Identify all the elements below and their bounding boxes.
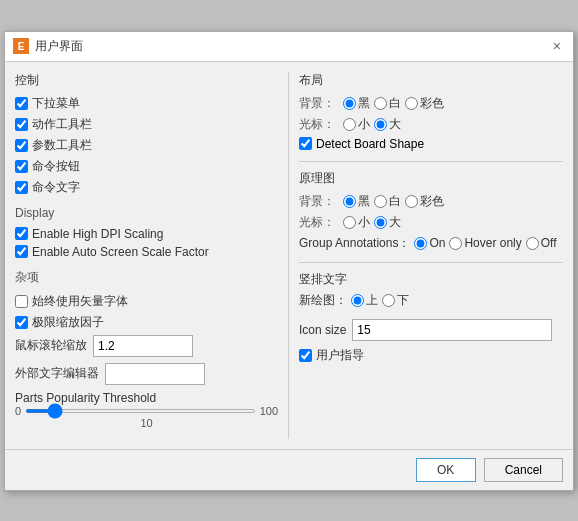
dialog-body: 控制 下拉菜单 动作工具栏 参数工具栏 命令按钮 [5,62,573,449]
sch-bg-white-radio[interactable] [374,195,387,208]
dropdown-label[interactable]: 下拉菜单 [32,95,80,112]
user-guide-label[interactable]: 用户指导 [316,347,364,364]
layout-cursor-small-row: 小 [343,116,370,133]
checkbox-highdpi: Enable High DPI Scaling [15,227,278,241]
new-drawing-label: 新绘图： [299,292,347,309]
cmdtext-checkbox[interactable] [15,181,28,194]
app-icon: E [13,38,29,54]
parts-pop-slider[interactable] [25,409,256,413]
layout-cursor-small-label[interactable]: 小 [358,116,370,133]
new-drawing-row: 新绘图： 上 下 [299,292,563,309]
actions-label[interactable]: 动作工具栏 [32,116,92,133]
layout-cursor-large-radio[interactable] [374,118,387,131]
sch-cursor-large-label[interactable]: 大 [389,214,401,231]
nd-up-radio[interactable] [351,294,364,307]
ga-on-label[interactable]: On [429,236,445,250]
dialog-window: E 用户界面 × 控制 下拉菜单 动作工具栏 参数工具栏 [4,31,574,491]
group-annotations-label: Group Annotations： [299,235,410,252]
dropdown-checkbox[interactable] [15,97,28,110]
sch-cursor-large-radio[interactable] [374,216,387,229]
sch-cursor-small-row: 小 [343,214,370,231]
nd-down-radio[interactable] [382,294,395,307]
sch-cursor-small-radio[interactable] [343,216,356,229]
layout-bg-black-label[interactable]: 黑 [358,95,370,112]
ok-button[interactable]: OK [416,458,476,482]
sch-bg-white-label[interactable]: 白 [389,193,401,210]
nd-down-row: 下 [382,292,409,309]
checkbox-dropdown: 下拉菜单 [15,95,278,112]
highdpi-label[interactable]: Enable High DPI Scaling [32,227,163,241]
layout-bg-color-radio[interactable] [405,97,418,110]
ga-off-radio[interactable] [526,237,539,250]
ga-off-label[interactable]: Off [541,236,557,250]
display-section: Display Enable High DPI Scaling Enable A… [15,206,278,259]
checkbox-limitzoom: 极限缩放因子 [15,314,278,331]
params-label[interactable]: 参数工具栏 [32,137,92,154]
schematic-title: 原理图 [299,170,563,187]
layout-title: 布局 [299,72,563,89]
highdpi-checkbox[interactable] [15,227,28,240]
cancel-button[interactable]: Cancel [484,458,563,482]
slider-min-label: 0 [15,405,21,417]
title-bar-left: E 用户界面 [13,38,83,55]
layout-bg-color-row: 彩色 [405,95,444,112]
section-divider-1 [299,161,563,162]
ga-hover-label[interactable]: Hover only [464,236,521,250]
detect-board-row: Detect Board Shape [299,137,563,151]
commands-checkbox[interactable] [15,160,28,173]
layout-section: 布局 背景： 黑 白 彩色 [299,72,563,151]
section-divider-2 [299,262,563,263]
sch-bg-black-label[interactable]: 黑 [358,193,370,210]
layout-bg-label: 背景： [299,95,339,112]
title-bar: E 用户界面 × [5,32,573,62]
external-editor-input[interactable] [105,363,205,385]
external-editor-row: 外部文字编辑器 [15,363,278,385]
layout-bg-color-label[interactable]: 彩色 [420,95,444,112]
sch-cursor-row: 光标： 小 大 [299,214,563,231]
layout-bg-row: 背景： 黑 白 彩色 [299,95,563,112]
limitzoom-label[interactable]: 极限缩放因子 [32,314,104,331]
sch-bg-color-radio[interactable] [405,195,418,208]
mousezoom-input[interactable] [93,335,193,357]
nd-up-row: 上 [351,292,378,309]
sch-bg-black-radio[interactable] [343,195,356,208]
control-title: 控制 [15,72,278,89]
layout-bg-white-label[interactable]: 白 [389,95,401,112]
commands-label[interactable]: 命令按钮 [32,158,80,175]
icon-size-input[interactable] [352,319,552,341]
sch-bg-row: 背景： 黑 白 彩色 [299,193,563,210]
nd-down-label[interactable]: 下 [397,292,409,309]
limitzoom-checkbox[interactable] [15,316,28,329]
layout-bg-white-radio[interactable] [374,97,387,110]
detect-board-label[interactable]: Detect Board Shape [316,137,424,151]
sch-cursor-large-row: 大 [374,214,401,231]
sch-bg-label: 背景： [299,193,339,210]
slider-container: Parts Popularity Threshold 0 100 10 [15,391,278,429]
vectorfont-checkbox[interactable] [15,295,28,308]
layout-cursor-row: 光标： 小 大 [299,116,563,133]
detect-board-checkbox[interactable] [299,137,312,150]
nd-up-label[interactable]: 上 [366,292,378,309]
close-button[interactable]: × [549,38,565,54]
user-guide-checkbox[interactable] [299,349,312,362]
ga-hover-radio[interactable] [449,237,462,250]
cmdtext-label[interactable]: 命令文字 [32,179,80,196]
params-checkbox[interactable] [15,139,28,152]
sch-cursor-small-label[interactable]: 小 [358,214,370,231]
sch-cursor-label: 光标： [299,214,339,231]
vectorfont-label[interactable]: 始终使用矢量字体 [32,293,128,310]
ga-on-radio[interactable] [414,237,427,250]
vertical-section: 竖排文字 新绘图： 上 下 [299,271,563,309]
misc-title: 杂项 [15,269,278,288]
autoscale-checkbox[interactable] [15,245,28,258]
checkbox-actions: 动作工具栏 [15,116,278,133]
icon-size-label: Icon size [299,323,346,337]
sch-bg-color-label[interactable]: 彩色 [420,193,444,210]
misc-section: 杂项 始终使用矢量字体 极限缩放因子 鼠标滚轮缩放 外部文字编辑器 [15,269,278,429]
checkbox-params: 参数工具栏 [15,137,278,154]
actions-checkbox[interactable] [15,118,28,131]
layout-bg-black-radio[interactable] [343,97,356,110]
layout-cursor-large-label[interactable]: 大 [389,116,401,133]
autoscale-label[interactable]: Enable Auto Screen Scale Factor [32,245,209,259]
layout-cursor-small-radio[interactable] [343,118,356,131]
